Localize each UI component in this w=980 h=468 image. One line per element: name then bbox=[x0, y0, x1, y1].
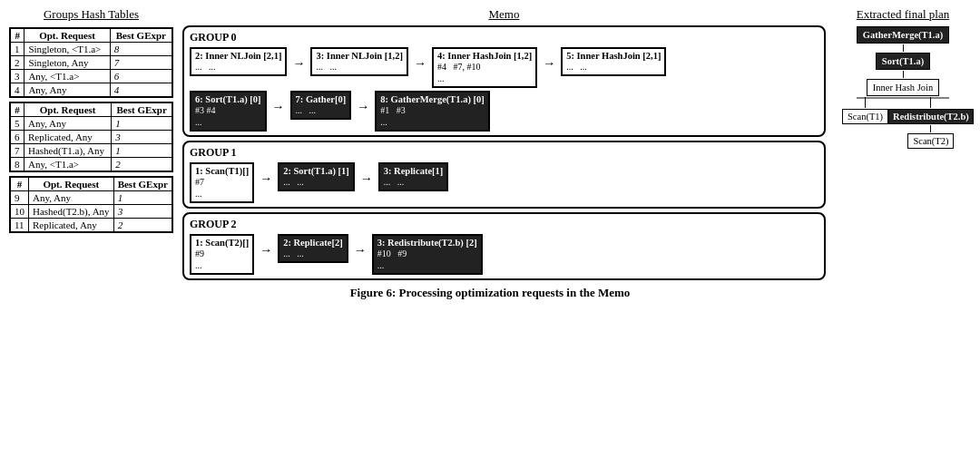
node-g1-2: 2: Sort(T1.a) [1] ... ... bbox=[278, 162, 355, 191]
group-0-nodes-row: 2: Inner NLJoin [2,1] ... ... → 3: Inner… bbox=[190, 47, 818, 88]
group-0-label: GROUP 0 bbox=[190, 31, 818, 44]
node-g0-7: 7: Gather[0] ... ... bbox=[290, 91, 352, 120]
table-cell: Any, <T1.a> bbox=[24, 158, 112, 171]
plan-node-sort: Sort(T1.a) bbox=[876, 53, 930, 70]
table-cell: 3 bbox=[113, 205, 172, 219]
col-header-opt-2: Opt. Request bbox=[29, 178, 114, 191]
arrow-g2-2: → bbox=[354, 234, 367, 258]
table-cell: 3 bbox=[11, 70, 24, 83]
table-cell: Any, Any bbox=[29, 191, 114, 205]
hash-table-1: # Opt. Request Best GExpr 5Any, Any16Rep… bbox=[9, 102, 173, 172]
table-cell: 8 bbox=[110, 43, 172, 56]
groups-section: Groups Hash Tables # Opt. Request Best G… bbox=[9, 7, 173, 280]
group-1-label: GROUP 1 bbox=[190, 146, 818, 160]
groups-title: Groups Hash Tables bbox=[9, 7, 173, 22]
node-g0-3: 3: Inner NLJoin [1,2] ... ... bbox=[310, 47, 407, 76]
table-cell: 3 bbox=[112, 131, 172, 144]
node-g1-1: 1: Scan(T1)[] #7... bbox=[190, 162, 254, 203]
col-header-hash-2: # bbox=[11, 178, 29, 191]
group-box-0: GROUP 0 2: Inner NLJoin [2,1] ... ... → … bbox=[182, 25, 826, 137]
arrow-g1-1: → bbox=[260, 162, 272, 186]
col-header-opt: Opt. Request bbox=[24, 29, 110, 43]
main-container: Groups Hash Tables # Opt. Request Best G… bbox=[0, 0, 980, 304]
figure-caption: Figure 6: Processing optimization reques… bbox=[9, 286, 971, 300]
table-cell: 4 bbox=[110, 83, 172, 97]
table-cell: 1 bbox=[112, 117, 172, 131]
hash-table-0: # Opt. Request Best GExpr 1Singleton, <T… bbox=[9, 27, 173, 98]
col-header-hash: # bbox=[11, 29, 24, 43]
table-cell: 6 bbox=[11, 131, 24, 144]
table-cell: 7 bbox=[11, 144, 24, 158]
table-cell: 10 bbox=[11, 205, 29, 219]
group-0-nodes-row2: 6: Sort(T1.a) [0] #3 #4... → 7: Gather[0… bbox=[190, 91, 818, 132]
arrow-g1-2: → bbox=[360, 162, 373, 186]
plan-node-gathermerge: GatherMerge(T1.a) bbox=[857, 26, 949, 44]
table-cell: 7 bbox=[110, 56, 172, 70]
col-header-hash-1: # bbox=[11, 103, 24, 117]
table-cell: 8 bbox=[11, 158, 24, 171]
table-cell: Any, <T1.a> bbox=[24, 70, 110, 83]
table-cell: 2 bbox=[11, 56, 24, 70]
node-g0-2: 2: Inner NLJoin [2,1] ... ... bbox=[190, 47, 287, 76]
table-cell: Replicated, Any bbox=[24, 131, 112, 144]
table-cell: 2 bbox=[113, 219, 172, 232]
connector-right-2 bbox=[930, 125, 931, 132]
node-g2-3: 3: Redistribute(T2.b) [2] #10 #9... bbox=[372, 234, 483, 275]
group-2-label: GROUP 2 bbox=[190, 218, 818, 231]
plan-tree: GatherMerge(T1.a) Sort(T1.a) Inner Hash … bbox=[835, 25, 971, 150]
arrow-g0-3: → bbox=[543, 47, 555, 71]
table-cell: 9 bbox=[11, 191, 29, 205]
col-header-best-2: Best GExpr bbox=[113, 178, 172, 191]
group-2-nodes-row: 1: Scan(T2)[] #9... → 2: Replicate[2] ..… bbox=[190, 234, 818, 275]
arrow-g0-2: → bbox=[414, 47, 426, 71]
col-header-best-1: Best GExpr bbox=[112, 103, 172, 117]
arrow-g2-1: → bbox=[260, 234, 272, 258]
table-cell: Any, Any bbox=[24, 117, 112, 131]
extracted-title: Extracted final plan bbox=[857, 7, 950, 22]
table-cell: 5 bbox=[11, 117, 24, 131]
arrow-g0-5: → bbox=[357, 91, 369, 114]
table-cell: Replicated, Any bbox=[29, 219, 114, 232]
col-header-opt-1: Opt. Request bbox=[24, 103, 112, 117]
table-cell: 1 bbox=[112, 144, 172, 158]
table-cell: 4 bbox=[11, 83, 24, 97]
table-cell: 1 bbox=[113, 191, 172, 205]
hash-table-2: # Opt. Request Best GExpr 9Any, Any110Ha… bbox=[9, 176, 173, 233]
table-cell: Hashed(T2.b), Any bbox=[29, 205, 114, 219]
group-box-2: GROUP 2 1: Scan(T2)[] #9... → 2: Replica… bbox=[182, 212, 826, 280]
node-g0-5: 5: Inner HashJoin [2,1] ... ... bbox=[561, 47, 666, 76]
group-1-nodes-row: 1: Scan(T1)[] #7... → 2: Sort(T1.a) [1] … bbox=[190, 162, 818, 203]
connector-1 bbox=[903, 44, 904, 52]
plan-node-scan-t2: Scan(T2) bbox=[907, 133, 954, 149]
table-cell: Hashed(T1.a), Any bbox=[24, 144, 112, 158]
memo-section: Memo GROUP 0 2: Inner NLJoin [2,1] ... .… bbox=[182, 7, 826, 280]
connector-2 bbox=[903, 71, 904, 78]
node-g0-4: 4: Inner HashJoin [1,2] #4 #7, #10... bbox=[432, 47, 537, 88]
node-g1-3: 3: Replicate[1] ... ... bbox=[378, 162, 449, 191]
top-row: Groups Hash Tables # Opt. Request Best G… bbox=[9, 7, 971, 280]
node-g0-6: 6: Sort(T1.a) [0] #3 #4... bbox=[190, 91, 267, 132]
node-g0-8: 8: GatherMerge(T1.a) [0] #1 #3... bbox=[375, 91, 490, 132]
col-header-best: Best GExpr bbox=[110, 29, 172, 43]
table-cell: Any, Any bbox=[24, 83, 110, 97]
table-cell: Singleton, <T1.a> bbox=[24, 43, 110, 56]
table-cell: 6 bbox=[110, 70, 172, 83]
extracted-section: Extracted final plan GatherMerge(T1.a) S… bbox=[835, 7, 971, 280]
table-cell: 1 bbox=[11, 43, 24, 56]
node-g2-1: 1: Scan(T2)[] #9... bbox=[190, 234, 254, 275]
node-g2-2: 2: Replicate[2] ... ... bbox=[278, 234, 348, 263]
memo-title: Memo bbox=[182, 7, 826, 22]
arrow-g0-4: → bbox=[272, 91, 285, 114]
table-cell: Singleton, Any bbox=[24, 56, 110, 70]
arrow-g0-1: → bbox=[292, 47, 305, 71]
branch-svg bbox=[835, 87, 971, 114]
group-box-1: GROUP 1 1: Scan(T1)[] #7... → 2: Sort(T1… bbox=[182, 141, 826, 209]
table-cell: 11 bbox=[11, 219, 29, 232]
table-cell: 2 bbox=[112, 158, 172, 171]
